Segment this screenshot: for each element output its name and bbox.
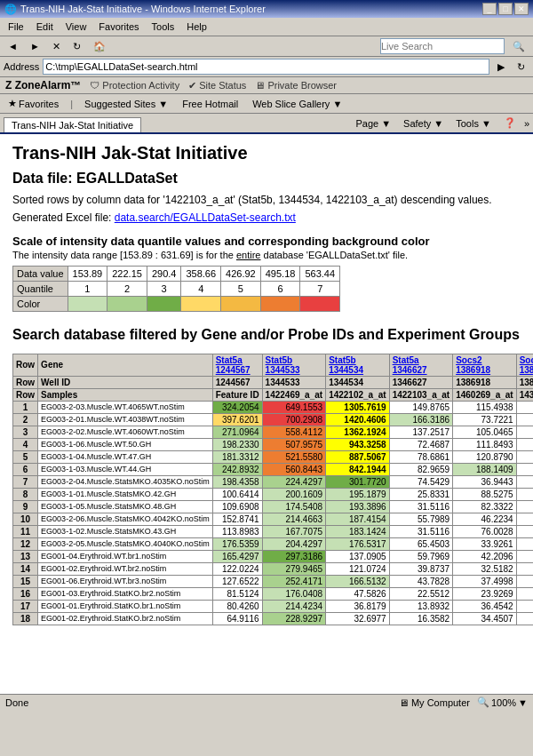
cell-1: 152.8741 [212, 513, 262, 525]
cell-4: 39.8737 [389, 562, 453, 575]
row-id: EG003-2-04.Muscle.StatsMKO.4035KO.noStim [38, 475, 213, 488]
free-hotmail-button[interactable]: Free Hotmail [178, 97, 243, 111]
close-button[interactable]: ✕ [514, 3, 529, 15]
row-id: EG001-04.Erythroid.WT.br1.noStim [38, 550, 213, 562]
back-button[interactable]: ◄ [4, 39, 22, 53]
cell-1: 397.6201 [212, 413, 262, 426]
protection-activity[interactable]: 🛡 Protection Activity [90, 80, 179, 91]
menu-favorites[interactable]: Favorites [94, 20, 143, 34]
tab-bar: Trans-NIH Jak-Stat Initiative [4, 117, 141, 132]
cell-1: 100.6414 [212, 488, 262, 500]
scale-heading: Scale of intensity data quantile values … [12, 235, 521, 248]
web-slice-gallery-button[interactable]: Web Slice Gallery ▼ [248, 97, 346, 111]
table-row: 3EG003-2-02.Muscle.WT.4060WT.noStim271.0… [13, 426, 534, 438]
cell-4: 149.8765 [389, 401, 453, 413]
cell-2: 200.1609 [262, 488, 326, 500]
excel-link[interactable]: data.search/EGALLDataSet-search.txt [115, 211, 296, 224]
cell-5: 23.9269 [453, 587, 517, 600]
address-bar: Address ▶ ↻ [0, 57, 533, 77]
cell-6: 15.3614 [516, 438, 533, 450]
content-area: Trans-NIH Jak-Stat Initiative Data file:… [0, 134, 533, 694]
cell-5: 46.2234 [453, 513, 517, 525]
color-6 [260, 297, 300, 312]
table-row: 4EG003-1-06.Muscle.WT.50.GH198.2330507.9… [13, 438, 534, 450]
table-row: 6EG003-1-03.Muscle.WT.44.GH242.8932560.8… [13, 463, 534, 475]
menu-view[interactable]: View [61, 20, 91, 34]
ie-icon: 🌐 [4, 4, 17, 15]
menu-help[interactable]: Help [182, 20, 211, 34]
address-input[interactable] [43, 59, 489, 75]
search-button[interactable]: 🔍 [508, 39, 529, 54]
cell-5: 37.4998 [453, 575, 517, 587]
site-status[interactable]: ✔ Site Status [188, 80, 246, 92]
title-bar: 🌐 Trans-NIH Jak-Stat Initiative - Window… [0, 0, 533, 18]
cell-3: 1362.1924 [326, 426, 390, 438]
row-num: 8 [13, 488, 38, 500]
stop-button[interactable]: ✕ [48, 39, 65, 54]
menu-tools[interactable]: Tools [147, 20, 179, 34]
data-value-label: Data value [13, 267, 68, 282]
th-stat5b-2: Stat5b1344534 [326, 354, 390, 376]
table-row: 13EG001-04.Erythroid.WT.br1.noStim165.42… [13, 550, 534, 562]
cell-3: 1420.4606 [326, 413, 390, 426]
status-bar: Done 🖥 My Computer 🔍 100% ▼ [0, 694, 533, 710]
cell-6: 16.2801 [516, 450, 533, 463]
th-gene: Gene [38, 354, 213, 376]
row-id: EG001-02.Erythroid.WT.br2.noStim [38, 562, 213, 575]
maximize-button[interactable]: □ [498, 3, 513, 15]
cell-1: 324.2054 [212, 401, 262, 413]
th2-row: Row [13, 376, 38, 388]
q-7: 7 [300, 282, 340, 297]
th-row: Row [13, 354, 38, 376]
color-3 [147, 297, 181, 312]
forward-button[interactable]: ► [26, 39, 44, 53]
go-button[interactable]: ▶ [493, 60, 509, 75]
minimize-button[interactable]: _ [482, 3, 497, 15]
th2-c1: 1244567 [212, 376, 262, 388]
q-2: 2 [107, 282, 147, 297]
cell-6: 12.8400 [516, 537, 533, 550]
row-num: 6 [13, 463, 38, 475]
cell-4: 59.7969 [389, 550, 453, 562]
cell-6: 15.1317 [516, 426, 533, 438]
refresh-addr-button[interactable]: ↻ [513, 60, 529, 75]
scale-table: Data value 153.89 222.15 290.4 358.66 42… [12, 266, 340, 312]
window-controls[interactable]: _ □ ✕ [482, 3, 529, 15]
suggested-sites-button[interactable]: Suggested Sites ▼ [80, 97, 172, 111]
home-button[interactable]: 🏠 [89, 39, 110, 54]
cell-6: 12.8357 [516, 413, 533, 426]
refresh-button[interactable]: ↻ [68, 39, 85, 54]
cell-1: 198.2330 [212, 438, 262, 450]
cell-4: 22.5512 [389, 587, 453, 600]
cell-6: 16.1140 [516, 488, 533, 500]
table-body: 1EG003-2-03.Muscle.WT.4065WT.noStim324.2… [13, 401, 534, 625]
table-row: 8EG003-1-01.Muscle.StatsMKO.42.GH100.641… [13, 488, 534, 500]
cell-3: 187.4154 [326, 513, 390, 525]
cell-3: 176.5317 [326, 537, 390, 550]
excel-link-row: Generated Excel file: data.search/EGALLD… [12, 211, 521, 224]
safety-menu-button[interactable]: Safety ▼ [399, 116, 448, 131]
cell-3: 121.0724 [326, 562, 390, 575]
th2-c5: 1386918 [453, 376, 517, 388]
favorites-button[interactable]: ★ Favorites [4, 96, 63, 111]
tools-menu-button[interactable]: Tools ▼ [451, 116, 496, 131]
menu-edit[interactable]: Edit [32, 20, 58, 34]
cell-1: 176.5359 [212, 537, 262, 550]
private-browser[interactable]: 🖥 Private Browser [255, 80, 337, 91]
zoom-indicator[interactable]: 🔍 100% ▼ [477, 696, 528, 708]
row-id: EG003-1-01.Muscle.StatsMKO.42.GH [38, 488, 213, 500]
cell-5: 120.8790 [453, 450, 517, 463]
cell-6: 14.4048 [516, 600, 533, 612]
cell-3: 195.1879 [326, 488, 390, 500]
help-icon-button[interactable]: ❓ [499, 115, 521, 131]
cell-4: 13.8932 [389, 600, 453, 612]
table-row: 18EG001-02.Erythroid.StatKO.br2.noStim64… [13, 612, 534, 625]
active-tab[interactable]: Trans-NIH Jak-Stat Initiative [4, 117, 141, 132]
status-text: Done [5, 697, 28, 708]
cell-3: 166.5132 [326, 575, 390, 587]
th-socs2-1: Socs21386918 [453, 354, 517, 376]
dv-1: 153.89 [68, 267, 107, 282]
menu-file[interactable]: File [4, 20, 28, 34]
search-input[interactable] [380, 38, 505, 54]
page-menu-button[interactable]: Page ▼ [351, 116, 395, 131]
